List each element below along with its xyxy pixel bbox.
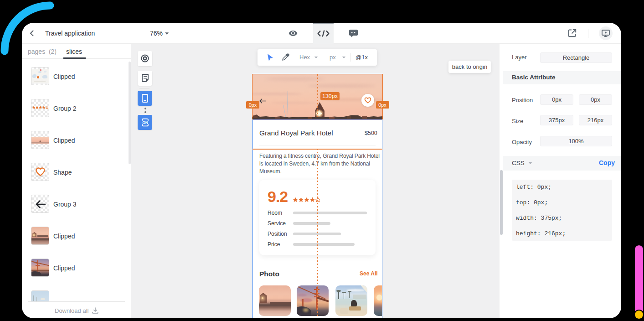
svg-text:ON: ON: [142, 120, 148, 125]
